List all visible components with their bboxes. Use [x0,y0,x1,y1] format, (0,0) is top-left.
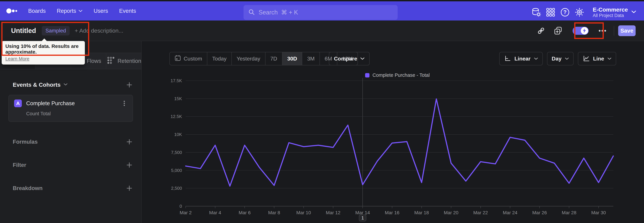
x-axis-label: Mar 18 [414,210,429,215]
chevron-down-icon [360,57,364,60]
section-filter: Filter [13,162,132,168]
chart-type-label: Line [593,56,604,62]
learn-more-link[interactable]: Learn More [5,56,29,61]
app-window: BoardsReportsUsersEvents ? E-Commerce A [0,0,644,223]
nav-item-label: Reports [57,8,76,14]
svg-text:?: ? [564,9,567,15]
compare-label: Compare [334,56,357,62]
range-button-today[interactable]: Today [207,52,231,65]
x-axis-label: Mar 12 [326,210,340,215]
compare-button[interactable]: Compare [329,52,370,65]
range-button-custom[interactable]: Custom [170,52,207,65]
chart-type-dropdown[interactable]: Line [578,52,616,65]
report-title[interactable]: Untitled [11,27,36,34]
data-settings-icon[interactable] [529,8,544,17]
section-formulas: Formulas [13,139,132,145]
kebab-menu-icon[interactable] [121,100,128,107]
range-button-yesterday[interactable]: Yesterday [232,52,265,65]
add-formulas-button[interactable] [126,139,132,145]
chevron-down-icon[interactable] [64,83,68,86]
chevron-down-icon [534,57,538,60]
lightning-icon [581,27,588,34]
settings-gear-icon[interactable] [572,8,587,17]
y-axis-label: 5,000 [171,168,182,173]
section-label: Formulas [13,139,38,145]
nav-item-reports[interactable]: Reports [57,8,83,14]
section-label: Filter [13,162,26,168]
chevron-down-icon[interactable] [631,11,636,14]
sampling-toggle[interactable] [572,27,589,35]
query-sections: FormulasFilterBreakdown [8,139,133,191]
events-cohorts-label[interactable]: Events & Cohorts [13,81,60,88]
x-axis-label: Mar 20 [444,210,458,215]
data-series-line[interactable] [186,99,613,186]
event-letter-badge: A [14,99,22,107]
chevron-down-icon [78,10,82,12]
nav-item-label: Users [94,8,108,14]
event-card[interactable]: A Complete Purchase Count Total [8,95,133,122]
query-builder-content: Events & Cohorts A Complete Purchase Cou… [0,69,142,191]
apps-grid-icon[interactable] [544,8,558,17]
y-axis-label: 2,500 [171,186,182,191]
report-title-bar: Untitled Sampled + Add description... Sa… [0,21,644,41]
nav-item-label: Boards [28,8,46,14]
help-icon[interactable]: ? [558,8,572,17]
x-axis-label: Mar 24 [503,210,518,215]
events-cohorts-header: Events & Cohorts [13,81,132,88]
project-selector[interactable]: E-Commerce All Project Data [593,6,628,18]
retention-icon [106,56,114,66]
search-box[interactable] [244,5,398,20]
tab-label: Flows [87,58,101,64]
chart-view-controls: Linear Day Line [499,52,616,65]
nav-item-events[interactable]: Events [119,8,136,14]
link-icon[interactable] [537,26,546,35]
tab-retention[interactable]: Retention [106,53,142,69]
interval-label: Day [552,56,562,62]
add-event-button[interactable] [126,82,132,88]
top-navigation-bar: BoardsReportsUsersEvents ? E-Commerce A [0,1,644,21]
linear-scale-icon [504,55,511,62]
range-button-30d[interactable]: 30D [282,52,302,65]
add-description-button[interactable]: + Add description... [75,27,123,34]
range-label: 30D [287,56,297,62]
nav-item-users[interactable]: Users [94,8,108,14]
range-label: Today [212,56,226,62]
scale-label: Linear [514,56,530,62]
line-chart[interactable]: 02,5005,0007,50010K12.5K15K17.5KMar 2Mar… [168,74,624,222]
x-axis-label: Mar 6 [239,210,251,215]
x-axis-label: Mar 4 [209,210,221,215]
x-axis-label: Mar 16 [385,210,399,215]
nav-right-cluster: ? E-Commerce All Project Data [529,3,636,22]
nav-menu: BoardsReportsUsersEvents [28,8,136,14]
nav-item-boards[interactable]: Boards [28,8,46,14]
range-label: Custom [184,56,202,62]
x-axis-label: Mar 10 [296,210,311,215]
y-axis-label: 12.5K [170,114,182,119]
event-name[interactable]: Complete Purchase [26,100,75,106]
scale-dropdown[interactable]: Linear [499,52,542,65]
event-metric[interactable]: Count Total [26,111,128,117]
mixpanel-logo-icon[interactable] [6,8,18,15]
search-input[interactable] [258,9,393,16]
chart-panel: CustomTodayYesterday7D30D3M6M12M Compare… [142,41,644,223]
add-breakdown-button[interactable] [126,185,132,191]
interval-dropdown[interactable]: Day [547,52,574,65]
calendar-icon [174,55,181,62]
add-to-board-icon[interactable] [554,26,562,35]
sampled-badge[interactable]: Sampled [42,26,70,36]
y-axis-label: 10K [174,132,182,137]
save-button[interactable]: Save [618,25,636,36]
section-label: Breakdown [13,185,42,191]
tab-label: Retention [118,58,141,64]
more-options-icon[interactable] [598,26,607,35]
x-axis-label: Mar 30 [591,210,606,215]
line-chart-icon [582,55,590,62]
search-icon [248,9,255,17]
range-label: 3M [307,56,314,62]
add-filter-button[interactable] [126,162,132,168]
y-axis-label: 7,500 [171,150,182,155]
nav-item-label: Events [119,8,136,14]
chart-annotation-marker[interactable]: 1 [359,214,366,221]
range-button-7d[interactable]: 7D [265,52,282,65]
range-button-3m[interactable]: 3M [302,52,319,65]
